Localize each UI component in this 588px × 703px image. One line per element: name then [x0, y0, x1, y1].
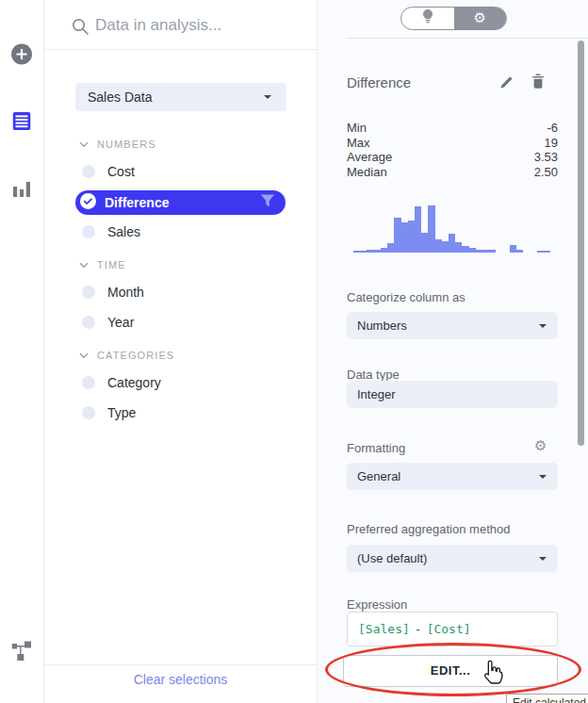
select-bullet[interactable]	[82, 376, 95, 389]
data-type-field: Integer	[347, 381, 558, 408]
column-item-category[interactable]: Category	[82, 371, 161, 394]
expression-operator: -	[415, 622, 422, 636]
expression-lhs: [Sales]	[358, 622, 410, 636]
stat-row-min: Min -6	[347, 121, 558, 136]
chevron-down-icon	[539, 557, 547, 561]
column-item-difference-selected[interactable]: Difference	[75, 190, 286, 215]
column-item-cost[interactable]: Cost	[82, 160, 135, 183]
stat-label: Median	[347, 165, 387, 180]
data-table-dropdown[interactable]: Sales Data	[75, 83, 286, 111]
recommendations-toggle[interactable]	[401, 8, 454, 29]
column-label: Difference	[105, 195, 169, 210]
select-bullet[interactable]	[82, 225, 95, 238]
formatting-value: General	[347, 463, 558, 490]
data-in-analysis-nav[interactable]	[13, 112, 31, 134]
column-label: Type	[107, 405, 136, 420]
column-label: Category	[107, 375, 161, 390]
distribution-histogram	[353, 205, 550, 253]
column-label: Sales	[107, 224, 140, 239]
chevron-down-icon	[539, 324, 547, 328]
column-label: Month	[107, 285, 144, 300]
properties-toggle-active[interactable]: ⚙	[454, 8, 507, 29]
trash-icon	[531, 76, 545, 92]
gear-icon: ⚙	[474, 11, 486, 25]
column-item-type[interactable]: Type	[82, 401, 136, 424]
divider	[347, 38, 588, 39]
chevron-down-icon	[79, 141, 89, 148]
chevron-down-icon	[79, 352, 89, 359]
categorize-label: Categorize column as	[347, 290, 466, 304]
chevron-down-icon	[539, 475, 547, 479]
left-icon-rail	[0, 0, 44, 703]
column-statistics: Min -6 Max 19 Average 3.53 Median 2.50	[347, 121, 558, 179]
clear-selections-link[interactable]: Clear selections	[44, 672, 317, 687]
column-title: Difference	[347, 74, 411, 90]
formatting-dropdown[interactable]: General	[347, 463, 558, 490]
panel-mode-toggle[interactable]: ⚙	[400, 7, 507, 30]
aggregation-dropdown[interactable]: (Use default)	[347, 545, 558, 572]
rename-column-button[interactable]	[499, 75, 514, 93]
data-panel: Sales Data NUMBERS Cost Difference Sales…	[44, 0, 318, 703]
divider	[44, 49, 317, 50]
formatting-label: Formatting	[347, 441, 405, 455]
column-label: Year	[107, 315, 134, 330]
section-header-time[interactable]: TIME	[79, 257, 126, 272]
expression-label: Expression	[347, 597, 407, 612]
chevron-down-icon	[264, 95, 271, 99]
stat-label: Min	[347, 121, 367, 136]
divider	[44, 664, 317, 665]
stat-value: 2.50	[534, 165, 558, 180]
section-header-numbers[interactable]: NUMBERS	[79, 137, 156, 152]
data-list-icon	[13, 117, 31, 133]
mouse-hand-cursor	[481, 660, 503, 691]
stat-row-average: Average 3.53	[347, 150, 558, 165]
formatting-settings-gear-icon[interactable]: ⚙	[534, 439, 547, 453]
expression-preview: [Sales]-[Cost]	[347, 612, 558, 646]
chevron-down-icon	[79, 262, 89, 269]
search-input[interactable]	[95, 11, 301, 40]
delete-column-button[interactable]	[531, 74, 545, 93]
select-bullet[interactable]	[82, 406, 95, 419]
stat-row-max: Max 19	[347, 136, 558, 151]
stat-row-median: Median 2.50	[347, 165, 558, 180]
edit-expression-button[interactable]: EDIT...	[343, 655, 558, 687]
pencil-icon	[499, 76, 514, 92]
stat-label: Max	[347, 136, 370, 151]
search-icon	[72, 18, 90, 40]
select-bullet[interactable]	[82, 316, 95, 329]
categorize-dropdown[interactable]: Numbers	[347, 312, 558, 339]
section-title: CATEGORIES	[97, 350, 174, 361]
bar-chart-icon	[13, 184, 30, 200]
plus-circle-icon	[11, 52, 33, 68]
section-header-categories[interactable]: CATEGORIES	[79, 348, 174, 363]
visualizations-nav[interactable]	[13, 179, 30, 201]
stat-value: -6	[547, 121, 558, 136]
column-label: Cost	[107, 164, 135, 179]
column-properties-panel: ⚙ Difference Min -6 Max 19 Average 3.53 …	[318, 0, 588, 703]
column-item-year[interactable]: Year	[82, 311, 134, 334]
data-canvas-nav[interactable]	[12, 640, 32, 664]
select-bullet[interactable]	[82, 165, 95, 178]
stat-label: Average	[347, 150, 392, 165]
aggregation-label: Preferred aggregation method	[347, 522, 510, 536]
section-title: NUMBERS	[97, 139, 156, 150]
categorize-value: Numbers	[347, 312, 558, 339]
scrollbar-thumb[interactable]	[578, 41, 584, 446]
filter-funnel-icon[interactable]	[260, 194, 275, 211]
stat-value: 3.53	[534, 150, 558, 165]
flow-diagram-icon	[12, 647, 32, 663]
column-item-month[interactable]: Month	[82, 281, 144, 303]
lightbulb-icon	[422, 9, 433, 27]
data-table-dropdown-value: Sales Data	[75, 83, 286, 111]
add-data-button[interactable]	[11, 43, 33, 69]
section-title: TIME	[97, 259, 126, 270]
column-item-sales[interactable]: Sales	[82, 221, 140, 243]
stat-value: 19	[545, 136, 558, 151]
aggregation-value: (Use default)	[347, 545, 558, 572]
data-type-value: Integer	[347, 381, 558, 408]
expression-rhs: [Cost]	[427, 622, 471, 636]
select-bullet[interactable]	[82, 286, 95, 299]
tooltip: Edit calculated co	[506, 694, 588, 703]
data-type-label: Data type	[347, 368, 400, 382]
check-circle-icon	[80, 193, 96, 213]
